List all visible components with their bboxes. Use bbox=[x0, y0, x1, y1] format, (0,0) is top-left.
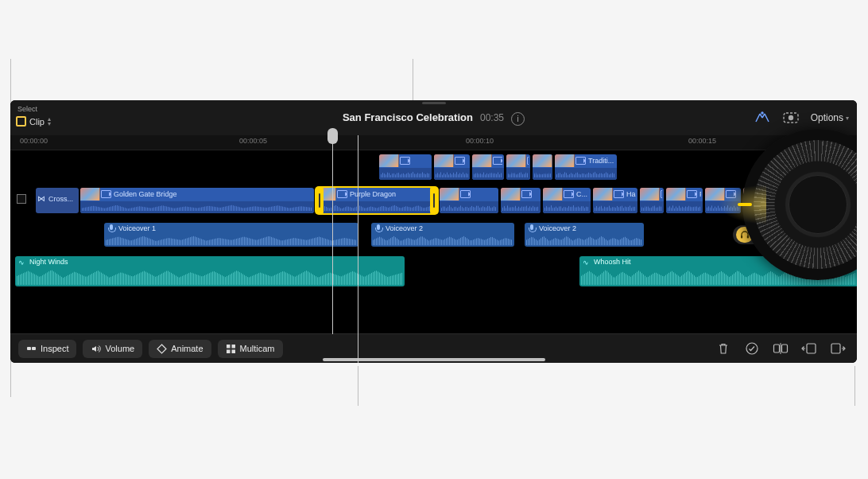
camera-icon bbox=[527, 157, 529, 165]
clip-label: Golden Gate Bridge bbox=[114, 190, 177, 198]
video-clip[interactable]: C... bbox=[543, 188, 591, 213]
svg-rect-8 bbox=[231, 345, 235, 349]
video-clip[interactable]: M... bbox=[506, 154, 530, 180]
microphone-icon bbox=[107, 224, 115, 232]
options-dropdown[interactable]: Options ▾ bbox=[811, 112, 849, 123]
voiceover-clip[interactable]: Voiceover 2 bbox=[371, 223, 514, 247]
volume-button[interactable]: Volume bbox=[83, 340, 142, 358]
timeline-panel: Select Clip ▴▾ San Francisco Celebration… bbox=[10, 100, 857, 363]
skimmer[interactable] bbox=[358, 135, 358, 363]
video-clip[interactable] bbox=[533, 154, 552, 180]
camera-icon bbox=[101, 190, 111, 198]
video-clip[interactable]: Happy... bbox=[593, 188, 637, 213]
clip-audio-waveform bbox=[501, 201, 541, 213]
clip-audio-waveform bbox=[506, 168, 530, 180]
video-clip[interactable] bbox=[434, 154, 470, 180]
music-waveform bbox=[17, 267, 403, 285]
multicam-button[interactable]: Multicam bbox=[218, 340, 283, 358]
magnetic-mask-icon[interactable] bbox=[782, 111, 800, 124]
svg-rect-5 bbox=[27, 347, 31, 350]
clip-audio-waveform bbox=[434, 168, 470, 180]
selection-handle-left[interactable] bbox=[316, 187, 324, 214]
connect-clip-button[interactable] bbox=[798, 337, 820, 360]
enable-disable-button[interactable] bbox=[741, 337, 763, 360]
selection-handle-right[interactable] bbox=[430, 187, 438, 214]
storyline-checkbox[interactable] bbox=[17, 194, 26, 204]
project-title: San Francisco Celebration bbox=[343, 111, 473, 123]
svg-point-0 bbox=[761, 112, 763, 114]
video-clip[interactable] bbox=[472, 154, 504, 180]
svg-rect-15 bbox=[807, 344, 816, 353]
video-clip[interactable] bbox=[379, 154, 432, 180]
clip-thumbnail bbox=[533, 154, 552, 167]
voiceover-clip[interactable]: Voiceover 1 bbox=[104, 223, 358, 247]
music-clip[interactable]: ∿Night Winds bbox=[15, 256, 405, 286]
transition-icon: ⋈ bbox=[37, 194, 45, 203]
clip-thumbnail bbox=[472, 154, 492, 167]
clip-thumbnail bbox=[555, 154, 575, 167]
overwrite-clip-button[interactable] bbox=[827, 337, 849, 360]
video-clip[interactable]: Pa... bbox=[666, 188, 703, 213]
inspect-button[interactable]: Inspect bbox=[18, 340, 76, 358]
info-icon[interactable]: i bbox=[511, 112, 525, 126]
clip-audio-waveform bbox=[472, 168, 504, 180]
time-ruler[interactable]: 00:00:00 00:00:05 00:00:10 00:00:15 bbox=[10, 135, 857, 150]
voiceover-clip[interactable]: Voiceover 2 bbox=[525, 223, 644, 247]
home-indicator bbox=[323, 358, 545, 361]
project-duration: 00:35 bbox=[480, 112, 504, 123]
clip-thumbnail bbox=[440, 188, 459, 201]
clip-audio-waveform bbox=[666, 201, 703, 213]
jog-wheel[interactable]: ✕ bbox=[742, 129, 857, 280]
svg-rect-6 bbox=[32, 347, 36, 350]
video-clip[interactable] bbox=[501, 188, 541, 213]
camera-icon bbox=[661, 190, 662, 198]
ruler-tick: 00:00:05 bbox=[239, 137, 267, 145]
audio-waveform bbox=[526, 234, 642, 245]
snapping-icon[interactable] bbox=[754, 111, 771, 124]
timeline-header: Select Clip ▴▾ San Francisco Celebration… bbox=[10, 100, 857, 136]
voiceover-track: Voiceover 1Voiceover 2Voiceover 2 bbox=[10, 223, 857, 247]
audio-waveform bbox=[373, 234, 513, 245]
clip-label: Purple Dragon bbox=[350, 190, 396, 198]
transition-clip[interactable]: ⋈ Cross... bbox=[36, 188, 79, 213]
camera-icon bbox=[521, 190, 532, 198]
svg-rect-7 bbox=[227, 345, 231, 349]
camera-icon bbox=[455, 157, 465, 165]
playhead[interactable] bbox=[332, 135, 333, 334]
clip-audio-waveform bbox=[640, 201, 664, 213]
clip-thumbnail bbox=[593, 188, 613, 201]
clip-thumbnail bbox=[666, 188, 686, 201]
video-clip[interactable]: Traditi... bbox=[555, 154, 617, 180]
video-clip[interactable] bbox=[640, 188, 664, 213]
drag-handle[interactable] bbox=[422, 102, 446, 104]
camera-icon bbox=[614, 190, 624, 198]
camera-icon bbox=[575, 157, 586, 165]
video-clip[interactable]: Golden Gate Bridge bbox=[80, 188, 314, 213]
clip-label: Happy... bbox=[626, 190, 636, 198]
clip-thumbnail bbox=[434, 154, 454, 167]
voiceover-label: Voiceover 2 bbox=[386, 224, 423, 232]
callout-line bbox=[854, 366, 855, 406]
clip-thumbnail bbox=[501, 188, 521, 201]
svg-rect-12 bbox=[774, 345, 780, 352]
jog-close-button[interactable]: ✕ bbox=[742, 129, 857, 280]
tracks-area[interactable]: M...Traditi... ⋈ Cross... Golden Gate Br… bbox=[10, 150, 857, 334]
video-clip[interactable]: Purple Dragon bbox=[316, 188, 437, 213]
microphone-icon bbox=[374, 224, 382, 232]
music-label: Whoosh Hit bbox=[594, 258, 631, 266]
camera-icon bbox=[493, 157, 502, 165]
camera-icon bbox=[564, 190, 574, 198]
svg-rect-9 bbox=[227, 349, 231, 353]
camera-icon bbox=[460, 190, 471, 198]
clip-thumbnail bbox=[379, 154, 399, 167]
clip-audio-waveform bbox=[555, 168, 617, 180]
delete-button[interactable] bbox=[712, 337, 734, 360]
music-track: ∿Night Winds∿Whoosh Hit bbox=[10, 256, 857, 286]
video-clip[interactable] bbox=[440, 188, 498, 213]
playhead-knob[interactable] bbox=[327, 128, 338, 144]
animate-button[interactable]: Animate bbox=[149, 340, 211, 358]
ruler-tick: 00:00:10 bbox=[466, 137, 494, 145]
voiceover-label: Voiceover 2 bbox=[539, 224, 576, 232]
split-clip-button[interactable] bbox=[769, 337, 792, 360]
camera-icon bbox=[337, 190, 347, 198]
